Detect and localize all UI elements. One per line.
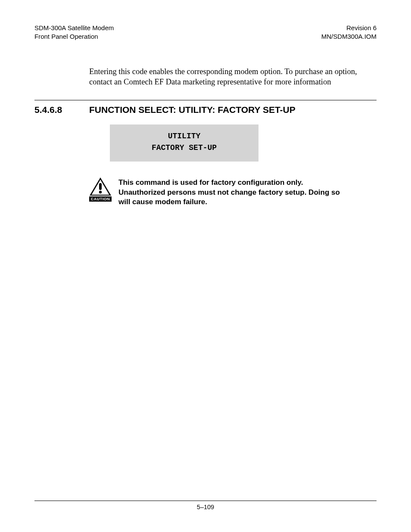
section-divider (34, 100, 377, 100)
page-number: 5–109 (34, 504, 377, 510)
svg-rect-2 (99, 183, 102, 190)
footer-divider (34, 501, 377, 501)
document-page: SDM-300A Satellite Modem Front Panel Ope… (0, 0, 411, 532)
caution-text: This command is used for factory configu… (118, 177, 342, 208)
header-left: SDM-300A Satellite Modem Front Panel Ope… (34, 24, 114, 41)
content-spacer (34, 207, 377, 501)
display-line-1: UTILITY (114, 131, 254, 142)
header-revision: Revision 6 (321, 24, 377, 32)
warning-triangle-icon (89, 177, 112, 196)
lcd-display-box: UTILITY FACTORY SET-UP (110, 124, 258, 162)
intro-paragraph: Entering this code enables the correspon… (89, 66, 377, 87)
section-title: FUNCTION SELECT: UTILITY: FACTORY SET-UP (89, 105, 296, 115)
header-right: Revision 6 MN/SDM300A.IOM (321, 24, 377, 41)
section-heading: 5.4.6.8 FUNCTION SELECT: UTILITY: FACTOR… (34, 105, 377, 115)
svg-point-3 (99, 190, 102, 193)
section-number: 5.4.6.8 (34, 105, 89, 115)
caution-block: CAUTION This command is used for factory… (89, 177, 377, 208)
display-line-2: FACTORY SET-UP (114, 142, 254, 154)
caution-icon: CAUTION (89, 177, 112, 202)
caution-label: CAUTION (89, 196, 112, 202)
header-section: Front Panel Operation (34, 32, 114, 41)
header-docid: MN/SDM300A.IOM (321, 32, 377, 41)
page-header: SDM-300A Satellite Modem Front Panel Ope… (34, 24, 377, 41)
header-product: SDM-300A Satellite Modem (34, 24, 114, 32)
